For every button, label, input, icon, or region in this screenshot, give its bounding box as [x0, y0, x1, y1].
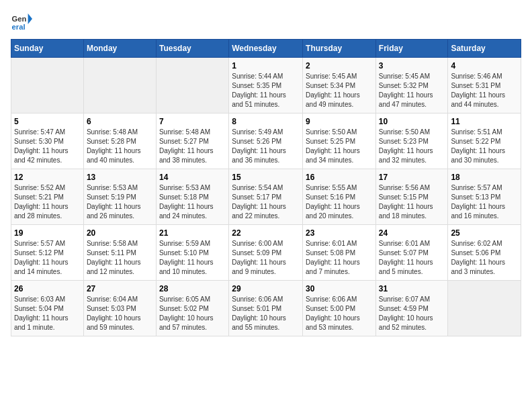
calendar-day-cell: 22Sunrise: 6:00 AMSunset: 5:09 PMDayligh…	[229, 225, 303, 281]
day-info: Sunrise: 5:45 AMSunset: 5:32 PMDaylight:…	[379, 72, 445, 109]
calendar-day-cell: 16Sunrise: 5:55 AMSunset: 5:16 PMDayligh…	[303, 169, 376, 225]
logo: Gen eral	[11, 11, 35, 32]
page-header: Gen eral	[11, 11, 521, 32]
calendar-week-row: 5Sunrise: 5:47 AMSunset: 5:30 PMDaylight…	[11, 113, 521, 169]
logo-icon: Gen eral	[11, 11, 32, 32]
day-number: 23	[306, 228, 373, 238]
day-info: Sunrise: 6:01 AMSunset: 5:07 PMDaylight:…	[379, 239, 445, 277]
calendar-day-cell: 21Sunrise: 5:59 AMSunset: 5:10 PMDayligh…	[156, 225, 228, 281]
day-info: Sunrise: 5:57 AMSunset: 5:13 PMDaylight:…	[451, 183, 518, 221]
day-number: 17	[379, 173, 445, 182]
day-number: 3	[379, 61, 445, 71]
day-number: 9	[306, 117, 373, 126]
calendar-week-row: 12Sunrise: 5:52 AMSunset: 5:21 PMDayligh…	[11, 169, 521, 225]
day-number: 6	[87, 117, 153, 126]
day-info: Sunrise: 6:04 AMSunset: 5:03 PMDaylight:…	[87, 295, 153, 332]
weekday-header-row: SundayMondayTuesdayWednesdayThursdayFrid…	[11, 40, 521, 58]
calendar-day-cell: 20Sunrise: 5:58 AMSunset: 5:11 PMDayligh…	[83, 225, 156, 281]
day-number: 13	[87, 173, 153, 182]
calendar-day-cell: 3Sunrise: 5:45 AMSunset: 5:32 PMDaylight…	[375, 58, 448, 113]
calendar-table: SundayMondayTuesdayWednesdayThursdayFrid…	[11, 39, 521, 336]
day-info: Sunrise: 5:53 AMSunset: 5:18 PMDaylight:…	[159, 183, 226, 221]
day-number: 10	[379, 117, 445, 126]
day-number: 14	[159, 173, 226, 182]
day-number: 20	[87, 228, 153, 238]
day-info: Sunrise: 5:48 AMSunset: 5:27 PMDaylight:…	[159, 128, 226, 165]
day-number: 19	[14, 228, 81, 238]
day-info: Sunrise: 5:58 AMSunset: 5:11 PMDaylight:…	[87, 239, 153, 277]
day-info: Sunrise: 5:46 AMSunset: 5:31 PMDaylight:…	[451, 72, 518, 109]
calendar-day-cell: 2Sunrise: 5:45 AMSunset: 5:34 PMDaylight…	[303, 58, 376, 113]
calendar-day-cell: 9Sunrise: 5:50 AMSunset: 5:25 PMDaylight…	[303, 113, 376, 169]
day-info: Sunrise: 5:44 AMSunset: 5:35 PMDaylight:…	[232, 72, 300, 109]
calendar-day-cell	[11, 58, 84, 113]
calendar-day-cell: 25Sunrise: 6:02 AMSunset: 5:06 PMDayligh…	[448, 225, 521, 281]
weekday-header-cell: Tuesday	[156, 40, 228, 58]
day-number: 11	[451, 117, 518, 126]
day-number: 4	[451, 61, 518, 71]
day-info: Sunrise: 6:07 AMSunset: 4:59 PMDaylight:…	[379, 295, 445, 332]
day-info: Sunrise: 5:56 AMSunset: 5:15 PMDaylight:…	[379, 183, 445, 221]
day-info: Sunrise: 5:47 AMSunset: 5:30 PMDaylight:…	[14, 128, 81, 165]
calendar-day-cell: 19Sunrise: 5:57 AMSunset: 5:12 PMDayligh…	[11, 225, 84, 281]
day-number: 16	[306, 173, 373, 182]
calendar-day-cell: 12Sunrise: 5:52 AMSunset: 5:21 PMDayligh…	[11, 169, 84, 225]
day-info: Sunrise: 6:05 AMSunset: 5:02 PMDaylight:…	[159, 295, 226, 332]
calendar-body: 1Sunrise: 5:44 AMSunset: 5:35 PMDaylight…	[11, 58, 521, 336]
calendar-day-cell: 31Sunrise: 6:07 AMSunset: 4:59 PMDayligh…	[375, 281, 448, 336]
day-number: 2	[306, 61, 373, 71]
day-number: 18	[451, 173, 518, 182]
calendar-day-cell: 30Sunrise: 6:06 AMSunset: 5:00 PMDayligh…	[303, 281, 376, 336]
day-info: Sunrise: 5:53 AMSunset: 5:19 PMDaylight:…	[87, 183, 153, 221]
calendar-day-cell: 8Sunrise: 5:49 AMSunset: 5:26 PMDaylight…	[229, 113, 303, 169]
day-number: 29	[232, 284, 300, 293]
day-info: Sunrise: 5:49 AMSunset: 5:26 PMDaylight:…	[232, 128, 300, 165]
weekday-header-cell: Monday	[83, 40, 156, 58]
calendar-day-cell: 11Sunrise: 5:51 AMSunset: 5:22 PMDayligh…	[448, 113, 521, 169]
day-number: 24	[379, 228, 445, 238]
calendar-day-cell: 29Sunrise: 6:06 AMSunset: 5:01 PMDayligh…	[229, 281, 303, 336]
calendar-week-row: 1Sunrise: 5:44 AMSunset: 5:35 PMDaylight…	[11, 58, 521, 113]
day-info: Sunrise: 5:57 AMSunset: 5:12 PMDaylight:…	[14, 239, 81, 277]
calendar-day-cell	[448, 281, 521, 336]
day-info: Sunrise: 5:48 AMSunset: 5:28 PMDaylight:…	[87, 128, 153, 165]
weekday-header-cell: Wednesday	[229, 40, 303, 58]
weekday-header-cell: Saturday	[448, 40, 521, 58]
calendar-day-cell: 10Sunrise: 5:50 AMSunset: 5:23 PMDayligh…	[375, 113, 448, 169]
day-number: 1	[232, 61, 300, 71]
day-number: 25	[451, 228, 518, 238]
day-info: Sunrise: 5:50 AMSunset: 5:23 PMDaylight:…	[379, 128, 445, 165]
day-number: 5	[14, 117, 81, 126]
calendar-week-row: 26Sunrise: 6:03 AMSunset: 5:04 PMDayligh…	[11, 281, 521, 336]
day-info: Sunrise: 5:52 AMSunset: 5:21 PMDaylight:…	[14, 183, 81, 221]
svg-text:eral: eral	[12, 23, 26, 31]
calendar-day-cell: 6Sunrise: 5:48 AMSunset: 5:28 PMDaylight…	[83, 113, 156, 169]
day-number: 26	[14, 284, 81, 293]
day-info: Sunrise: 6:06 AMSunset: 5:01 PMDaylight:…	[232, 295, 300, 332]
weekday-header-cell: Sunday	[11, 40, 84, 58]
day-number: 30	[306, 284, 373, 293]
svg-text:Gen: Gen	[12, 15, 27, 23]
calendar-day-cell: 18Sunrise: 5:57 AMSunset: 5:13 PMDayligh…	[448, 169, 521, 225]
day-number: 28	[159, 284, 226, 293]
day-number: 12	[14, 173, 81, 182]
calendar-day-cell: 26Sunrise: 6:03 AMSunset: 5:04 PMDayligh…	[11, 281, 84, 336]
calendar-day-cell: 24Sunrise: 6:01 AMSunset: 5:07 PMDayligh…	[375, 225, 448, 281]
calendar-day-cell	[156, 58, 228, 113]
day-number: 8	[232, 117, 300, 126]
calendar-day-cell: 4Sunrise: 5:46 AMSunset: 5:31 PMDaylight…	[448, 58, 521, 113]
day-info: Sunrise: 6:03 AMSunset: 5:04 PMDaylight:…	[14, 295, 81, 332]
day-info: Sunrise: 6:06 AMSunset: 5:00 PMDaylight:…	[306, 295, 373, 332]
calendar-day-cell: 5Sunrise: 5:47 AMSunset: 5:30 PMDaylight…	[11, 113, 84, 169]
day-info: Sunrise: 6:02 AMSunset: 5:06 PMDaylight:…	[451, 239, 518, 277]
day-info: Sunrise: 5:54 AMSunset: 5:17 PMDaylight:…	[232, 183, 300, 221]
day-number: 15	[232, 173, 300, 182]
day-number: 31	[379, 284, 445, 293]
day-info: Sunrise: 5:55 AMSunset: 5:16 PMDaylight:…	[306, 183, 373, 221]
calendar-week-row: 19Sunrise: 5:57 AMSunset: 5:12 PMDayligh…	[11, 225, 521, 281]
calendar-day-cell: 14Sunrise: 5:53 AMSunset: 5:18 PMDayligh…	[156, 169, 228, 225]
svg-marker-2	[28, 13, 32, 24]
calendar-day-cell: 23Sunrise: 6:01 AMSunset: 5:08 PMDayligh…	[303, 225, 376, 281]
calendar-day-cell	[83, 58, 156, 113]
day-number: 7	[159, 117, 226, 126]
